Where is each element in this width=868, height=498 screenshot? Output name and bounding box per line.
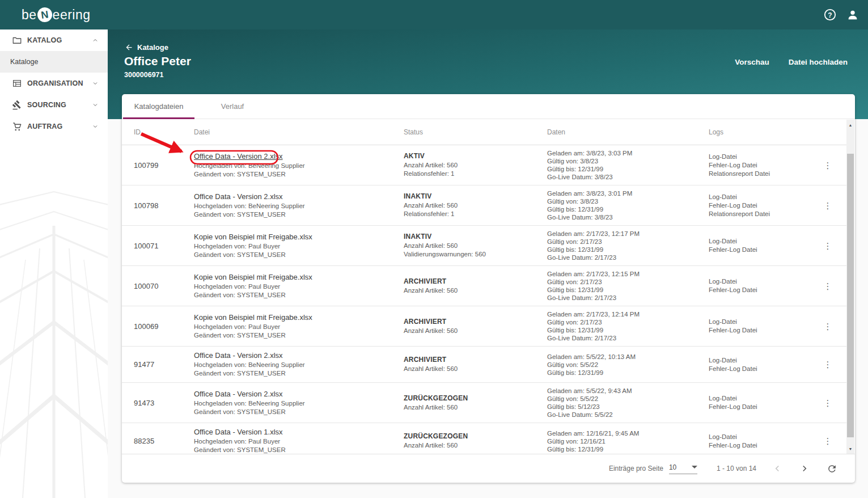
log-file-link[interactable]: Fehler-Log Datei: [709, 326, 816, 335]
daten-line: Gültig von: 2/17/23: [547, 238, 709, 246]
scrollbar-thumb[interactable]: [847, 154, 854, 437]
file-name: Office Data - Version 2.xlsx: [194, 351, 404, 360]
uploaded-by: Hochgeladen von: BeNeering Supplier: [194, 202, 404, 210]
log-file-link[interactable]: Log-Datei: [709, 153, 816, 161]
vorschau-button[interactable]: Vorschau: [734, 56, 770, 69]
sidebar-item-kataloge[interactable]: Kataloge: [0, 51, 108, 73]
sidebar-item-sourcing[interactable]: SOURCING: [0, 94, 108, 116]
tab-verlauf[interactable]: Verlauf: [196, 94, 269, 119]
log-file-link[interactable]: Log-Datei: [709, 318, 816, 326]
chevron-down-icon: [92, 80, 99, 87]
kebab-menu-icon[interactable]: ⋮: [824, 282, 832, 290]
file-name: Kopie von Beispiel mit Freigabe.xlsx: [194, 273, 404, 281]
kebab-menu-icon[interactable]: ⋮: [824, 161, 832, 170]
log-file-link[interactable]: Relationsreport Datei: [709, 170, 816, 178]
log-file-link[interactable]: Fehler-Log Datei: [709, 403, 816, 411]
kebab-menu-icon[interactable]: ⋮: [824, 322, 832, 331]
daten-line: Geladen am: 12/16/21, 9:45 AM: [547, 429, 709, 437]
log-file-link[interactable]: Fehler-Log Datei: [709, 246, 816, 254]
table-row: 91477 Office Data - Version 2.xlsx Hochg…: [122, 347, 846, 383]
daten-line: Gültig von: 2/17/23: [547, 318, 709, 326]
kebab-menu-icon[interactable]: ⋮: [824, 242, 832, 250]
status-cell: ZURÜCKGEZOGEN Anzahl Artikel: 560: [404, 394, 547, 412]
upload-file-button[interactable]: Datei hochladen: [787, 56, 849, 69]
log-file-link[interactable]: Fehler-Log Datei: [709, 286, 816, 294]
file-cell: Kopie von Beispiel mit Freigabe.xlsx Hoc…: [194, 233, 404, 259]
status-line: Anzahl Artikel: 560: [404, 403, 547, 412]
header-actions: Vorschau Datei hochladen: [734, 56, 849, 69]
kebab-menu-icon[interactable]: ⋮: [824, 201, 832, 210]
sidebar-item-auftrag[interactable]: AUFTRAG: [0, 116, 108, 137]
back-link[interactable]: Kataloge: [125, 43, 168, 52]
daten-line: Geladen am: 5/5/22, 10:13 AM: [547, 353, 709, 361]
log-file-link[interactable]: Log-Datei: [709, 394, 816, 403]
scroll-down-arrow-icon[interactable]: ▼: [846, 445, 854, 453]
kebab-menu-icon[interactable]: ⋮: [824, 360, 832, 369]
chevron-down-icon: [92, 123, 99, 130]
table-row: 91473 Office Data - Version 2.xlsx Hochg…: [122, 383, 846, 423]
file-name: Kopie von Beispiel mit Freigabe.xlsx: [194, 233, 404, 241]
daten-line: Geladen am: 5/5/22, 9:43 AM: [547, 387, 709, 395]
dropdown-caret-icon: [692, 466, 697, 469]
log-file-link[interactable]: Fehler-Log Datei: [709, 161, 816, 170]
svg-text:?: ?: [828, 11, 832, 19]
daten-line: Go-Live Datum: 2/17/23: [547, 334, 709, 342]
daten-line: Gültig bis: 12/31/99: [547, 165, 709, 173]
col-header-status: Status: [404, 128, 547, 136]
changed-by: Geändert von: SYSTEM_USER: [194, 251, 404, 259]
logo-text-post: eering: [53, 7, 91, 23]
log-file-link[interactable]: Log-Datei: [709, 277, 816, 286]
log-file-link[interactable]: Log-Datei: [709, 193, 816, 201]
status-badge: ARCHIVIERT: [404, 277, 547, 285]
status-line: Anzahl Artikel: 560: [404, 242, 547, 250]
help-icon[interactable]: ?: [824, 9, 836, 21]
page-title: Office Peter: [124, 54, 191, 68]
refresh-button[interactable]: [825, 462, 838, 475]
logs-cell: Log-DateiFehler-Log DateiRelationsreport…: [709, 153, 816, 178]
log-file-link[interactable]: Relationsreport Datei: [709, 210, 816, 218]
status-cell: ARCHIVIERT Anzahl Artikel: 560: [404, 356, 547, 373]
col-header-datei: Datei: [194, 128, 404, 136]
status-cell: ARCHIVIERT Anzahl Artikel: 560: [404, 318, 547, 335]
next-page-button[interactable]: [798, 462, 811, 475]
daten-line: Go-Live Datum: 2/17/23: [547, 254, 709, 261]
menu-cell: ⋮: [816, 201, 839, 210]
daten-line: Gültig bis: 12/31/99: [547, 246, 709, 254]
uploaded-by: Hochgeladen von: BeNeering Supplier: [194, 361, 404, 369]
log-file-link[interactable]: Fehler-Log Datei: [709, 365, 816, 373]
menu-cell: ⋮: [816, 322, 839, 331]
sidebar-item-katalog[interactable]: KATALOG: [0, 29, 108, 51]
chevron-left-icon: [772, 463, 782, 474]
per-page-select[interactable]: 10: [669, 463, 697, 474]
log-file-link[interactable]: Log-Datei: [709, 356, 816, 365]
row-id: 100070: [134, 282, 194, 290]
log-file-link[interactable]: Fehler-Log Datei: [709, 441, 816, 450]
row-id: 88235: [134, 437, 194, 445]
logo-n-badge: N: [36, 6, 53, 23]
status-line: Anzahl Artikel: 560: [404, 365, 547, 373]
file-cell: Office Data - Version 2.xlsx Hochgeladen…: [194, 192, 404, 219]
daten-cell: Geladen am: 12/16/21, 9:45 AMGültig von:…: [547, 429, 709, 453]
log-file-link[interactable]: Log-Datei: [709, 237, 816, 246]
scroll-up-arrow-icon[interactable]: ▲: [846, 121, 854, 129]
folder-icon: [12, 35, 22, 45]
status-badge: AKTIV: [404, 152, 547, 160]
previous-page-button[interactable]: [771, 462, 784, 475]
daten-cell: Geladen am: 2/17/23, 12:15 PMGültig von:…: [547, 270, 709, 302]
per-page-value: 10: [669, 463, 676, 471]
user-account-icon[interactable]: [846, 9, 859, 21]
logs-cell: Log-DateiFehler-Log Datei: [709, 433, 816, 450]
sidebar-item-organisation[interactable]: ORGANISATION: [0, 73, 108, 94]
daten-line: Geladen am: 3/8/23, 3:03 PM: [547, 149, 709, 157]
log-file-link[interactable]: Fehler-Log Datei: [709, 201, 816, 210]
kebab-menu-icon[interactable]: ⋮: [824, 399, 832, 407]
kebab-menu-icon[interactable]: ⋮: [824, 437, 832, 445]
status-line: Relationsfehler: 1: [404, 210, 547, 218]
log-file-link[interactable]: Log-Datei: [709, 433, 816, 441]
logs-cell: Log-DateiFehler-Log Datei: [709, 277, 816, 294]
vertical-scrollbar[interactable]: ▲ ▼: [846, 120, 854, 454]
file-name[interactable]: Office Data - Version 2.xlsx: [194, 152, 404, 161]
status-cell: ARCHIVIERT Anzahl Artikel: 560: [404, 277, 547, 295]
uploaded-by: Hochgeladen von: BeNeering Supplier: [194, 399, 404, 408]
tab-katalogdateien[interactable]: Katalogdateien: [122, 94, 196, 119]
